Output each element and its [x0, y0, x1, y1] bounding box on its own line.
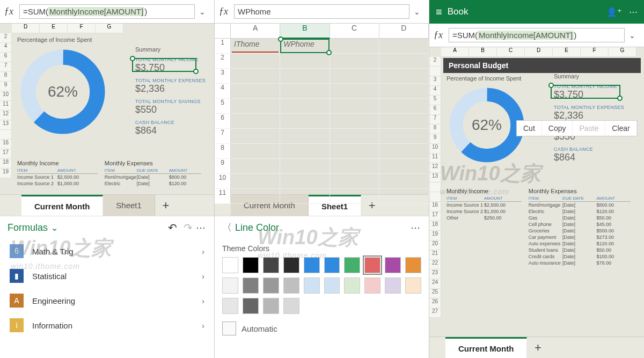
worksheet-grid[interactable]: A B C D 1IThomeWPhome234567891011: [215, 24, 429, 194]
ctx-cut[interactable]: Cut: [517, 121, 542, 136]
automatic-color[interactable]: Automatic: [222, 322, 421, 335]
cell[interactable]: [280, 129, 330, 144]
selection-handle-top-left[interactable]: [130, 56, 135, 61]
chevron-down-icon[interactable]: ⌄: [409, 8, 425, 16]
cell-selection[interactable]: [280, 39, 330, 53]
row-header[interactable]: 7: [0, 62, 12, 72]
row-header[interactable]: 7: [215, 129, 231, 144]
row-header[interactable]: 4: [215, 84, 231, 99]
row-header[interactable]: 19: [429, 231, 441, 240]
color-swatch[interactable]: [283, 257, 299, 273]
row-header[interactable]: 26: [429, 298, 441, 308]
row-header[interactable]: 6: [429, 105, 441, 115]
color-swatch[interactable]: [283, 277, 299, 294]
more-icon[interactable]: ⋯: [411, 222, 421, 233]
cell[interactable]: [330, 99, 379, 114]
color-swatch[interactable]: [324, 257, 340, 273]
row-header[interactable]: 9: [429, 134, 441, 144]
color-swatch[interactable]: [385, 257, 401, 273]
row-header[interactable]: 23: [429, 269, 441, 279]
color-swatch[interactable]: [263, 298, 279, 314]
row-header[interactable]: 6: [0, 53, 12, 62]
cell[interactable]: [330, 39, 379, 54]
th-item[interactable]: ITEM: [17, 167, 57, 174]
menu-icon[interactable]: ≡: [436, 6, 442, 18]
share-icon[interactable]: 👤⁺: [606, 7, 621, 17]
cell[interactable]: [231, 69, 280, 84]
cell[interactable]: IThome: [231, 39, 280, 54]
row-header[interactable]: [0, 130, 12, 140]
sheet-tab-current-month[interactable]: Current Month: [21, 195, 103, 216]
cell[interactable]: [231, 174, 280, 189]
row-header[interactable]: 19: [0, 169, 12, 178]
color-swatch[interactable]: [344, 277, 360, 294]
table-row[interactable]: Rent/mortgage[Date]$800.00: [529, 202, 631, 208]
ctx-copy[interactable]: Copy: [542, 121, 573, 136]
back-icon[interactable]: 〈: [222, 221, 235, 234]
table-row[interactable]: Income Source 2$1,000.00: [17, 180, 98, 187]
cell[interactable]: [231, 144, 280, 159]
th-amount[interactable]: AMOUNT: [169, 167, 201, 174]
cell-selection[interactable]: [551, 85, 620, 99]
table-row[interactable]: Auto expenses[Date]$120.00: [529, 240, 631, 247]
panel-title[interactable]: Formulas: [8, 222, 48, 233]
row-header[interactable]: 6: [215, 114, 231, 129]
formula-category[interactable]: AEngineering›: [0, 288, 214, 313]
row-header[interactable]: [429, 182, 441, 192]
cell[interactable]: [280, 69, 330, 84]
cell[interactable]: [280, 144, 330, 159]
row-header[interactable]: 1: [215, 39, 231, 54]
color-swatch[interactable]: [304, 257, 320, 273]
row-header[interactable]: 5: [215, 99, 231, 114]
cell[interactable]: [231, 159, 280, 174]
cell[interactable]: [280, 174, 330, 189]
row-header[interactable]: 8: [0, 72, 12, 82]
cell[interactable]: [379, 159, 429, 174]
row-header[interactable]: [429, 192, 441, 202]
cell[interactable]: [330, 144, 379, 159]
color-swatch[interactable]: [405, 277, 421, 294]
worksheet-grid[interactable]: 2345678910111213161718192021222324252627…: [429, 47, 644, 337]
cell[interactable]: [280, 54, 330, 69]
row-header[interactable]: 2: [215, 54, 231, 69]
cell[interactable]: [330, 174, 379, 189]
row-header[interactable]: 4: [429, 86, 441, 96]
row-header[interactable]: [429, 67, 441, 76]
row-header[interactable]: 10: [0, 91, 12, 101]
row-header[interactable]: 2: [0, 33, 12, 43]
cell[interactable]: [379, 174, 429, 189]
more-icon[interactable]: ⋯: [629, 7, 638, 17]
chevron-down-icon[interactable]: ⌄: [195, 8, 210, 16]
undo-icon[interactable]: ↶: [168, 221, 177, 234]
cell[interactable]: [231, 114, 280, 129]
col-header[interactable]: E: [40, 24, 68, 33]
cell[interactable]: [379, 114, 429, 129]
cell[interactable]: [330, 129, 379, 144]
row-header[interactable]: 9: [0, 82, 12, 91]
color-swatch[interactable]: [385, 277, 401, 294]
cell[interactable]: [231, 99, 280, 114]
redo-icon[interactable]: ↷: [184, 221, 193, 234]
table-row[interactable]: Income Source 1$2,500.00: [447, 202, 522, 208]
formula-category[interactable]: θMath & Trig›: [0, 239, 214, 264]
table-row[interactable]: Electric[Date]$120.00: [105, 180, 201, 187]
formula-input[interactable]: =SUM( MonthlyIncome[AMOUNT] ): [449, 28, 625, 42]
row-header[interactable]: 10: [429, 144, 441, 154]
formula-input[interactable]: WPhome: [234, 4, 409, 19]
row-header[interactable]: 21: [429, 250, 441, 260]
col-header[interactable]: A: [441, 47, 469, 57]
color-swatch[interactable]: [283, 298, 299, 314]
table-row[interactable]: Gas[Date]$50.00: [529, 215, 631, 221]
table-row[interactable]: Rent/mortgage[Date]$800.00: [105, 174, 201, 180]
cell[interactable]: [379, 69, 429, 84]
more-icon[interactable]: ⋯: [196, 222, 207, 233]
color-swatch[interactable]: [222, 257, 238, 273]
row-header[interactable]: 8: [429, 125, 441, 134]
cell[interactable]: [231, 54, 280, 69]
th-item[interactable]: ITEM: [447, 195, 484, 202]
add-sheet-button[interactable]: +: [155, 195, 177, 216]
row-header[interactable]: 9: [215, 159, 231, 174]
col-header[interactable]: F: [68, 24, 96, 33]
table-row[interactable]: Auto insurance[Date]$78.00: [529, 260, 631, 266]
cell[interactable]: [280, 114, 330, 129]
